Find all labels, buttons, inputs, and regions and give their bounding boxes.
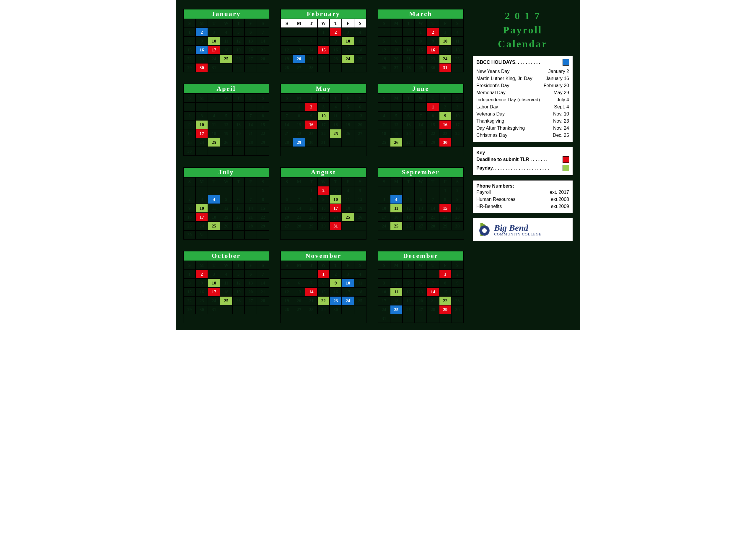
calendar-cell: 27 bbox=[245, 54, 256, 63]
calendar-cell: 26 bbox=[402, 305, 415, 314]
calendar-cell: 21 bbox=[305, 54, 317, 63]
calendar-cell: 19 bbox=[220, 213, 232, 222]
calendar-cell: 17 bbox=[378, 296, 390, 305]
calendar-cell: 10 bbox=[378, 204, 390, 213]
calendar-cell: 10 bbox=[342, 279, 354, 288]
day-of-week-header: T bbox=[427, 177, 439, 186]
month-may: MaySMTWTFS123456789101112131415161718192… bbox=[280, 84, 366, 156]
calendar-cell: 4 bbox=[220, 270, 232, 279]
calendar-cell: 21 bbox=[257, 288, 269, 296]
calendar-cell bbox=[196, 186, 208, 195]
calendar-cell: 29 bbox=[183, 63, 196, 72]
holiday-name: Labor Day bbox=[476, 103, 498, 110]
calendar-cell: 29 bbox=[317, 305, 330, 314]
calendar-cell bbox=[390, 270, 402, 279]
payday-color-swatch-icon bbox=[563, 165, 569, 171]
calendar-cell: 29 bbox=[439, 305, 451, 314]
calendar-cell: 17 bbox=[196, 213, 208, 222]
calendar-cell: 30 bbox=[183, 147, 196, 156]
calendar-cell: 31 bbox=[378, 314, 390, 323]
calendar-cell: 11 bbox=[354, 279, 366, 288]
calendar-cell: 28 bbox=[293, 222, 305, 230]
day-of-week-header: S bbox=[183, 19, 196, 28]
calendar-cell: 28 bbox=[427, 222, 439, 230]
calendar-cell: 13 bbox=[415, 288, 427, 296]
day-of-week-header: M bbox=[196, 261, 208, 270]
day-of-week-header: T bbox=[305, 94, 317, 102]
day-of-week-header: W bbox=[415, 19, 427, 28]
calendar-cell: 16 bbox=[439, 120, 451, 129]
calendar-cell: 8 bbox=[183, 279, 196, 288]
calendar-cell: 3 bbox=[342, 270, 354, 279]
phone-row: Human Resourcesext.2008 bbox=[476, 196, 569, 203]
calendar-cell: 11 bbox=[354, 37, 366, 45]
calendar-cell: 8 bbox=[415, 37, 427, 45]
calendar-cell: 27 bbox=[415, 222, 427, 230]
calendar-cell: 23 bbox=[305, 129, 317, 138]
calendar-cell: 10 bbox=[208, 37, 220, 45]
calendar-cell: 13 bbox=[245, 37, 256, 45]
calendar-grid: JanuarySMTWTFS12345678910111213141516171… bbox=[183, 9, 467, 323]
calendar-cell: 9 bbox=[196, 37, 208, 45]
calendar-cell: 23 bbox=[451, 296, 463, 305]
calendar-cell: 21 bbox=[257, 45, 269, 54]
holiday-name: Independence Day (observed) bbox=[476, 96, 540, 103]
calendar-cell: 21 bbox=[415, 129, 427, 138]
day-of-week-header: T bbox=[208, 19, 220, 28]
calendar-cell bbox=[245, 305, 256, 314]
tlr-color-swatch-icon bbox=[563, 156, 569, 163]
calendar-cell bbox=[208, 147, 220, 156]
calendar-cell bbox=[415, 186, 427, 195]
calendar-cell: 14 bbox=[257, 279, 269, 288]
phone-ext: ext.2009 bbox=[551, 203, 569, 210]
calendar-cell: 14 bbox=[305, 288, 317, 296]
calendar-cell bbox=[245, 186, 256, 195]
calendar-cell: 22 bbox=[183, 296, 196, 305]
day-of-week-header: T bbox=[402, 19, 415, 28]
calendar-cell: 4 bbox=[354, 270, 366, 279]
phone-name: HR-Benefits bbox=[476, 203, 502, 210]
calendar-cell: 8 bbox=[439, 279, 451, 288]
calendar-cell: 25 bbox=[342, 213, 354, 222]
calendar-cell: 21 bbox=[427, 296, 439, 305]
title-line2: Payroll bbox=[472, 23, 573, 37]
calendar-cell bbox=[196, 102, 208, 111]
holiday-date: May 29 bbox=[554, 89, 569, 96]
holiday-row: Memorial DayMay 29 bbox=[476, 89, 569, 96]
calendar-cell: 20 bbox=[354, 120, 366, 129]
calendar-cell bbox=[427, 270, 439, 279]
calendar-cell: 20 bbox=[415, 213, 427, 222]
calendar-cell: 10 bbox=[196, 120, 208, 129]
calendar-cell: 29 bbox=[257, 138, 269, 147]
logo-line2: COMMUNITY COLLEGE bbox=[494, 232, 542, 236]
calendar-cell: 1 bbox=[317, 270, 330, 279]
calendar-cell: 17 bbox=[439, 45, 451, 54]
calendar-cell: 16 bbox=[183, 213, 196, 222]
calendar-cell bbox=[451, 63, 463, 72]
calendar-cell bbox=[245, 63, 256, 72]
holiday-color-swatch-icon bbox=[563, 59, 569, 66]
month-title: October bbox=[183, 251, 269, 261]
calendar-cell: 4 bbox=[342, 186, 354, 195]
calendar-cell: 13 bbox=[232, 120, 245, 129]
calendar-cell bbox=[196, 147, 208, 156]
calendar-cell: 29 bbox=[183, 305, 196, 314]
calendar-cell: 24 bbox=[317, 129, 330, 138]
day-of-week-header: S bbox=[451, 19, 463, 28]
calendar-cell: 8 bbox=[305, 195, 317, 204]
calendar-cell: 10 bbox=[378, 288, 390, 296]
calendar-cell bbox=[232, 147, 245, 156]
calendar-cell: 4 bbox=[330, 102, 342, 111]
calendar-cell bbox=[378, 270, 390, 279]
calendar-cell bbox=[183, 102, 196, 111]
holiday-name: President's Day bbox=[476, 82, 509, 89]
calendar-cell: 12 bbox=[232, 279, 245, 288]
calendar-cell: 24 bbox=[342, 296, 354, 305]
calendar-cell: 25 bbox=[354, 296, 366, 305]
calendar-cell bbox=[305, 270, 317, 279]
big-bend-logo-icon bbox=[476, 222, 491, 237]
day-of-week-header: T bbox=[208, 94, 220, 102]
day-of-week-header: F bbox=[245, 94, 256, 102]
day-of-week-header: S bbox=[183, 261, 196, 270]
calendar-cell: 31 bbox=[439, 63, 451, 72]
